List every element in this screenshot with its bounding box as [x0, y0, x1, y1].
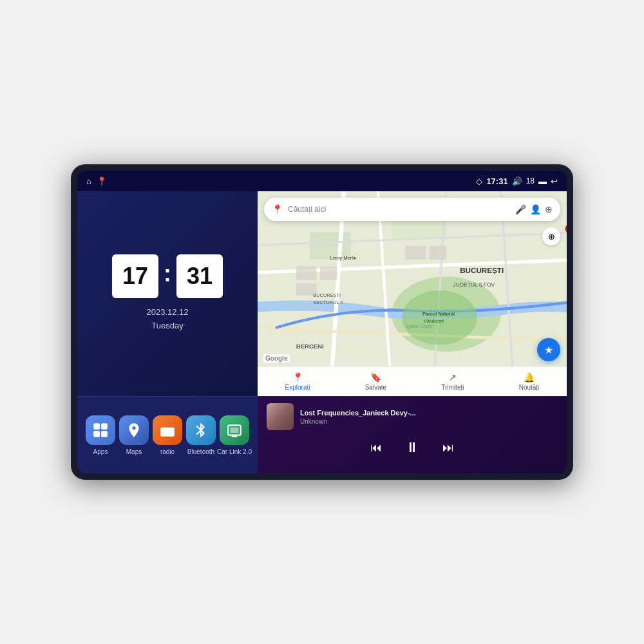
status-left: ⌂ 📍: [86, 176, 107, 186]
svg-rect-23: [296, 267, 317, 280]
navigation-fab[interactable]: ★: [537, 338, 560, 361]
clock-widget: 17 : 31 2023.12.12 Tuesday: [77, 191, 258, 396]
map-bottom-nav: 📍 Explorați 🔖 Salvate ↗ Trimiteți 🔔: [258, 366, 567, 396]
battery-icon: ▬: [538, 176, 547, 186]
layers-icon[interactable]: ⊕: [545, 204, 553, 214]
svg-rect-15: [392, 218, 446, 239]
volume-level: 18: [526, 176, 535, 185]
play-pause-button[interactable]: ⏸: [402, 437, 422, 459]
map-nav-explore[interactable]: 📍 Explorați: [285, 372, 310, 391]
svg-text:Văcărești: Văcărești: [424, 318, 444, 324]
svg-rect-26: [405, 246, 426, 260]
map-search-icons: 🎤 👤 ⊕: [515, 204, 553, 214]
music-artist: Unknown: [300, 418, 558, 425]
status-time: 17:31: [486, 176, 507, 186]
next-button[interactable]: ⏭: [440, 439, 457, 457]
svg-text:SECTORUL 4: SECTORUL 4: [313, 299, 343, 305]
right-panel: TRAPEZULUI BUCUREȘTI JUDEȚUL ILFOV BERCE…: [258, 191, 567, 473]
music-info-row: Lost Frequencies_Janieck Devy-... Unknow…: [267, 403, 558, 430]
app-item-apps[interactable]: Apps: [84, 415, 117, 455]
music-text: Lost Frequencies_Janieck Devy-... Unknow…: [300, 409, 558, 425]
day-value: Tuesday: [146, 319, 188, 333]
news-label: Noutăți: [519, 384, 540, 391]
back-icon[interactable]: ↩: [551, 176, 558, 186]
music-title: Lost Frequencies_Janieck Devy-...: [300, 409, 558, 417]
svg-text:Parcul Natural: Parcul Natural: [422, 311, 455, 317]
app-item-carlink[interactable]: Car Link 2.0: [218, 415, 251, 455]
left-panel: 17 : 31 2023.12.12 Tuesday: [77, 191, 258, 473]
music-thumb-img: [267, 403, 294, 430]
mic-icon[interactable]: 🎤: [515, 204, 526, 214]
svg-rect-24: [320, 267, 337, 280]
send-icon: ↗: [449, 372, 457, 383]
svg-text:BERCENI: BERCENI: [296, 343, 324, 350]
svg-text:FM: FM: [164, 429, 172, 435]
music-player: Lost Frequencies_Janieck Devy-... Unknow…: [258, 396, 567, 473]
saved-label: Salvate: [365, 384, 386, 391]
radio-label: radio: [160, 448, 175, 455]
bluetooth-icon-wrapper: [186, 415, 216, 445]
apps-icon: [86, 415, 115, 445]
date-value: 2023.12.12: [146, 306, 188, 319]
map-nav-news[interactable]: 🔔 Noutăți: [519, 372, 540, 391]
clock-date: 2023.12.12 Tuesday: [146, 306, 188, 333]
music-thumbnail: [267, 403, 294, 430]
bluetooth-label: Bluetooth: [187, 448, 214, 455]
location-btn[interactable]: ⊕: [542, 227, 560, 245]
carlink-icon: [220, 415, 249, 445]
music-controls: ⏮ ⏸ ⏭: [267, 437, 558, 459]
map-nav-saved[interactable]: 🔖 Salvate: [365, 372, 386, 391]
svg-text:JUDEȚUL ILFOV: JUDEȚUL ILFOV: [453, 281, 495, 288]
volume-icon: 🔊: [512, 176, 522, 186]
svg-rect-27: [430, 246, 447, 260]
maps-icon: [119, 415, 149, 445]
main-content: 17 : 31 2023.12.12 Tuesday: [77, 191, 567, 473]
status-right: ◇ 17:31 🔊 18 ▬ ↩: [476, 176, 558, 186]
account-icon[interactable]: 👤: [530, 204, 541, 214]
send-label: Trimiteți: [441, 384, 464, 391]
app-item-maps[interactable]: Maps: [117, 415, 151, 455]
map-search-placeholder: Căutați aici: [288, 205, 510, 214]
status-bar: ⌂ 📍 ◇ 17:31 🔊 18 ▬ ↩: [77, 171, 567, 191]
home-icon[interactable]: ⌂: [86, 176, 91, 186]
maps-pin-icon: 📍: [272, 204, 283, 214]
device-shell: ⌂ 📍 ◇ 17:31 🔊 18 ▬ ↩ 17 :: [71, 164, 573, 480]
map-svg: TRAPEZULUI BUCUREȘTI JUDEȚUL ILFOV BERCE…: [258, 191, 567, 396]
app-item-radio[interactable]: FM radio: [151, 415, 184, 455]
signal-icon: ◇: [476, 176, 482, 186]
svg-text:Leroy Merlin: Leroy Merlin: [330, 255, 357, 261]
maps-label: Maps: [126, 448, 142, 455]
nav-icon[interactable]: 📍: [97, 176, 107, 186]
app-item-bluetooth[interactable]: Bluetooth: [184, 415, 218, 455]
clock-colon: :: [164, 262, 171, 285]
clock-display: 17 : 31: [112, 254, 223, 298]
clock-minute: 31: [176, 254, 223, 298]
svg-point-6: [170, 428, 173, 430]
map-area[interactable]: TRAPEZULUI BUCUREȘTI JUDEȚUL ILFOV BERCE…: [258, 191, 567, 396]
svg-text:BUCUREȘTI: BUCUREȘTI: [313, 292, 341, 298]
prev-button[interactable]: ⏮: [368, 439, 384, 457]
news-icon: 🔔: [524, 372, 535, 383]
svg-rect-0: [93, 423, 100, 430]
google-logo: Google: [263, 354, 290, 363]
svg-text:BUCUREȘTI: BUCUREȘTI: [460, 266, 504, 274]
svg-rect-1: [101, 423, 108, 430]
map-search-bar[interactable]: 📍 Căutați aici 🎤 👤 ⊕: [264, 198, 560, 221]
apps-label: Apps: [93, 448, 108, 455]
explore-label: Explorați: [285, 384, 310, 391]
clock-hour: 17: [112, 254, 158, 298]
svg-rect-3: [101, 431, 108, 437]
saved-icon: 🔖: [370, 372, 381, 383]
app-bar: Apps Maps: [77, 396, 258, 473]
explore-icon: 📍: [292, 372, 303, 383]
map-nav-send[interactable]: ↗ Trimiteți: [441, 372, 464, 391]
screen: ⌂ 📍 ◇ 17:31 🔊 18 ▬ ↩ 17 :: [77, 171, 567, 473]
carlink-label: Car Link 2.0: [217, 448, 252, 455]
svg-rect-8: [231, 427, 239, 433]
radio-icon: FM: [153, 415, 182, 445]
svg-rect-2: [93, 431, 100, 437]
